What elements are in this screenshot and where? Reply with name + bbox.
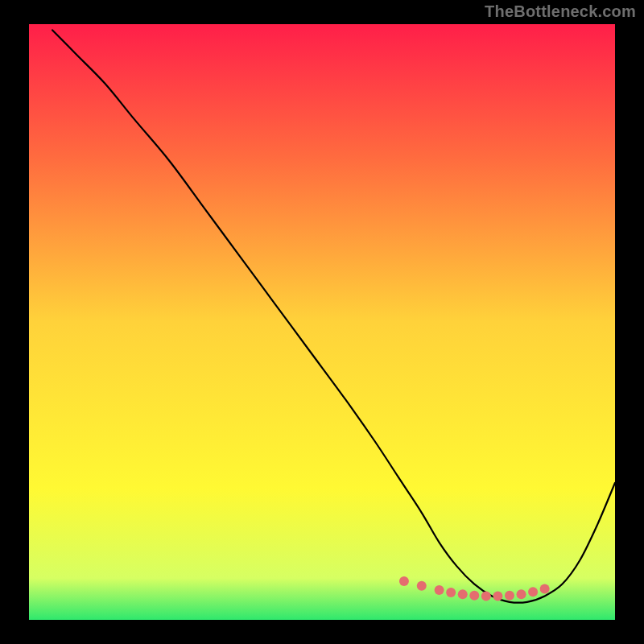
- marker-dot: [469, 591, 479, 601]
- marker-dot: [399, 576, 409, 586]
- marker-dot: [493, 591, 502, 601]
- marker-dot: [417, 581, 427, 591]
- marker-dot: [446, 588, 456, 597]
- marker-dot: [458, 589, 468, 599]
- watermark-text: TheBottleneck.com: [485, 2, 636, 21]
- marker-dot: [517, 589, 526, 599]
- bottleneck-plot: [0, 0, 644, 644]
- marker-dot: [540, 584, 550, 594]
- marker-dot: [481, 591, 491, 601]
- plot-area: [29, 24, 615, 620]
- marker-dot: [435, 585, 444, 595]
- chart-stage: TheBottleneck.com: [0, 0, 644, 644]
- marker-dot: [528, 587, 538, 597]
- marker-dot: [505, 591, 514, 601]
